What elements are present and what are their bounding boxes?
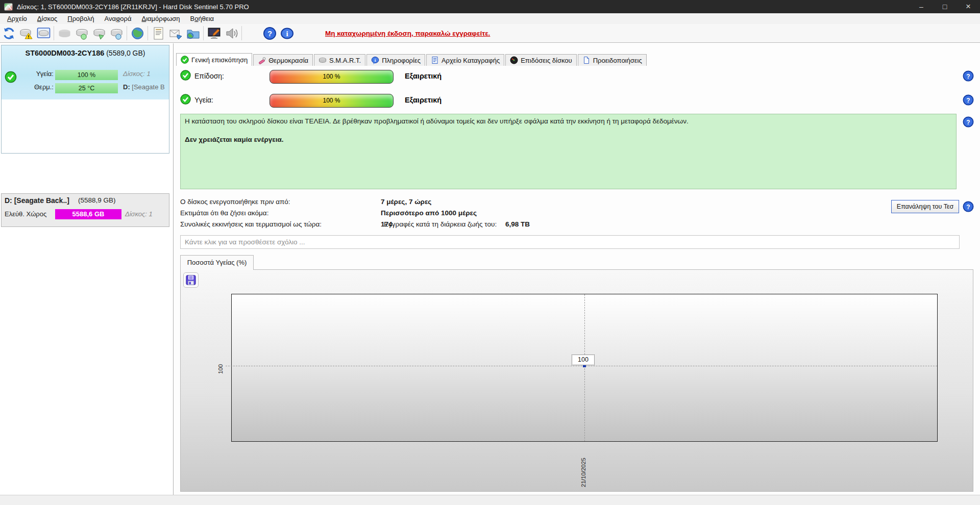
health-chart-panel: 100 100 21/10/2025 bbox=[180, 269, 973, 492]
svg-text:?: ? bbox=[966, 97, 970, 104]
status-action-text: Δεν χρειάζεται καμία ενέργεια. bbox=[185, 136, 284, 143]
disk-disabled-icon bbox=[56, 25, 73, 41]
menubar: Αρχείο Δίσκος Προβολή Αναφορά Διαμόρφωση… bbox=[0, 13, 980, 24]
disk-number: Δίσκος: 1 bbox=[123, 70, 151, 78]
temperature-bar: 25 °C bbox=[55, 83, 118, 93]
volume-disk-number: Δίσκος: 1 bbox=[125, 210, 153, 218]
toolbar-separator bbox=[127, 26, 127, 40]
data-point-label: 100 bbox=[572, 355, 595, 365]
health-row-bar: 100 % bbox=[270, 94, 394, 108]
volume-ref: D: [Seagate B bbox=[123, 83, 169, 91]
stat-label: Εκτιμάται ότι θα ζήσει ακόμα: bbox=[180, 209, 268, 217]
minimize-button[interactable]: – bbox=[910, 0, 933, 13]
network-folder-icon[interactable] bbox=[184, 25, 202, 41]
check-circle-icon bbox=[181, 56, 189, 64]
alerts-page-icon bbox=[582, 56, 591, 64]
health-row-label: Υγεία: bbox=[194, 96, 213, 104]
performance-ok-icon bbox=[180, 70, 191, 81]
performance-label: Επίδοση: bbox=[194, 72, 224, 80]
smart-disk-icon bbox=[318, 56, 327, 64]
volume-name: D: [Seagate Back..] bbox=[5, 196, 69, 205]
unregistered-version-notice[interactable]: Μη καταχωρημένη έκδοση, παρακαλώ εγγραφε… bbox=[325, 30, 490, 37]
disk-model-title: ST6000DM003-2CY186 (5589,0 GB) bbox=[2, 49, 169, 57]
health-ok-icon bbox=[180, 94, 191, 105]
status-bar bbox=[0, 495, 980, 505]
main-content: Γενική επισκόπηση Θερμοκρασία S.M.A.R.T.… bbox=[174, 43, 980, 495]
stat-value: 7 μέρες, 7 ώρες bbox=[381, 198, 431, 206]
close-button[interactable]: × bbox=[957, 0, 980, 13]
report-icon[interactable] bbox=[150, 25, 167, 41]
svg-text:?: ? bbox=[966, 204, 970, 211]
free-space-label: Ελεύθ. Χώρος bbox=[5, 210, 46, 218]
info-icon[interactable]: i bbox=[278, 25, 296, 41]
save-chart-button[interactable] bbox=[183, 272, 199, 288]
volume-panel[interactable]: D: [Seagate Back..] (5588,9 GB) Ελεύθ. Χ… bbox=[1, 193, 169, 227]
tab-smart[interactable]: S.M.A.R.T. bbox=[314, 54, 365, 66]
menu-configuration[interactable]: Διαμόρφωση bbox=[137, 14, 185, 23]
menu-report[interactable]: Αναφορά bbox=[99, 14, 136, 23]
tab-disk-performance[interactable]: Επιδόσεις δίσκου bbox=[505, 54, 576, 66]
tab-temperature[interactable]: Θερμοκρασία bbox=[253, 54, 313, 66]
performance-rating: Εξαιρετική bbox=[405, 72, 442, 80]
menu-help[interactable]: Βοήθεια bbox=[185, 14, 219, 23]
disk-monitor-icon[interactable] bbox=[35, 25, 52, 41]
menu-view[interactable]: Προβολή bbox=[62, 14, 99, 23]
refresh-icon[interactable] bbox=[0, 25, 17, 41]
stat-value: Περισσότερο από 1000 μέρες bbox=[381, 209, 477, 217]
health-percentage-chart-tab[interactable]: Ποσοστά Υγείας (%) bbox=[180, 255, 254, 270]
tab-log[interactable]: Αρχείο Καταγραφής bbox=[426, 54, 504, 66]
menu-file[interactable]: Αρχείο bbox=[2, 14, 32, 23]
save-floppy-icon bbox=[185, 274, 197, 286]
free-space-bar: 5588,6 GB bbox=[55, 209, 121, 219]
tab-bar: Γενική επισκόπηση Θερμοκρασία S.M.A.R.T.… bbox=[176, 53, 648, 66]
hard-disk-sentinel-window: Δίσκος: 1, ST6000DM003-2CY186 [ZR11KRJV]… bbox=[0, 0, 980, 505]
retest-help-icon[interactable]: ? bbox=[963, 201, 974, 212]
sound-icon[interactable] bbox=[223, 25, 240, 41]
send-mail-icon[interactable] bbox=[167, 25, 184, 41]
disk-panel-header: ST6000DM003-2CY186 (5589,0 GB) Υγεία: 10… bbox=[2, 45, 169, 99]
svg-text:?: ? bbox=[267, 29, 272, 38]
y-axis-tick-label: 100 bbox=[217, 358, 224, 374]
lifetime-writes-value: 6,98 TB bbox=[505, 220, 530, 228]
toolbar-separator bbox=[241, 26, 242, 40]
horizontal-gridline bbox=[226, 366, 937, 366]
stat-label: Ο δίσκος ενεργοποιήθηκε πριν από: bbox=[180, 198, 290, 206]
x-axis-date-label: 21/10/2025 bbox=[580, 444, 586, 487]
svg-text:?: ? bbox=[966, 119, 970, 126]
tab-alerts[interactable]: Προειδοποιήσεις bbox=[578, 54, 647, 66]
disk-status-textbox: Η κατάσταση του σκληρού δίσκου είναι ΤΕΛ… bbox=[180, 114, 957, 189]
window-title: Δίσκος: 1, ST6000DM003-2CY186 [ZR11KRJV]… bbox=[17, 3, 249, 11]
menu-disk[interactable]: Δίσκος bbox=[32, 14, 62, 23]
world-online-icon[interactable] bbox=[129, 25, 146, 41]
app-icon bbox=[4, 3, 13, 11]
retest-button[interactable]: Επανάληψη του Τεσ bbox=[891, 200, 959, 213]
stat-label: Συνολικές εκκινήσεις και τερματισμοί ως … bbox=[180, 220, 322, 228]
toolbar-separator bbox=[203, 26, 204, 40]
disk-info-test-icon[interactable] bbox=[108, 25, 125, 41]
disk-surface-test-icon[interactable] bbox=[17, 25, 35, 41]
maximize-button[interactable]: □ bbox=[933, 0, 957, 13]
stat-starts-writes-row: Συνολικές εκκινήσεις και τερματισμοί ως … bbox=[180, 220, 742, 232]
lifetime-writes-label: Εγγραφές κατά τη διάρκεια ζωής του: bbox=[384, 220, 497, 228]
stat-lifetime-row: Εκτιμάται ότι θα ζήσει ακόμα: Περισσότερ… bbox=[180, 209, 742, 220]
disk-short-test-icon[interactable] bbox=[73, 25, 90, 41]
volume-capacity: (5588,9 GB) bbox=[78, 196, 116, 204]
toolbar-separator bbox=[148, 26, 148, 40]
health-help-icon[interactable]: ? bbox=[963, 94, 974, 106]
disk-panel-selected[interactable]: ST6000DM003-2CY186 (5589,0 GB) Υγεία: 10… bbox=[1, 45, 169, 154]
log-file-icon bbox=[431, 56, 439, 64]
help-icon[interactable]: ? bbox=[261, 25, 278, 41]
status-help-icon[interactable]: ? bbox=[963, 116, 974, 128]
svg-text:i: i bbox=[286, 30, 288, 38]
disk-extended-test-icon[interactable] bbox=[90, 25, 108, 41]
tab-overview[interactable]: Γενική επισκόπηση bbox=[176, 53, 252, 66]
toolbar-separator bbox=[54, 26, 54, 40]
performance-help-icon[interactable]: ? bbox=[963, 70, 974, 82]
comment-input[interactable] bbox=[180, 235, 960, 249]
toolbar: ? i Μη καταχωρημένη έκδοση, παρακαλώ εγγ… bbox=[0, 24, 980, 43]
information-icon: i bbox=[371, 56, 379, 64]
health-chart-plot[interactable]: 100 bbox=[231, 294, 938, 442]
desktop-settings-icon[interactable] bbox=[205, 25, 223, 41]
tab-information[interactable]: i Πληροφορίες bbox=[366, 54, 425, 66]
status-text: Η κατάσταση του σκληρού δίσκου είναι ΤΕΛ… bbox=[185, 117, 952, 125]
